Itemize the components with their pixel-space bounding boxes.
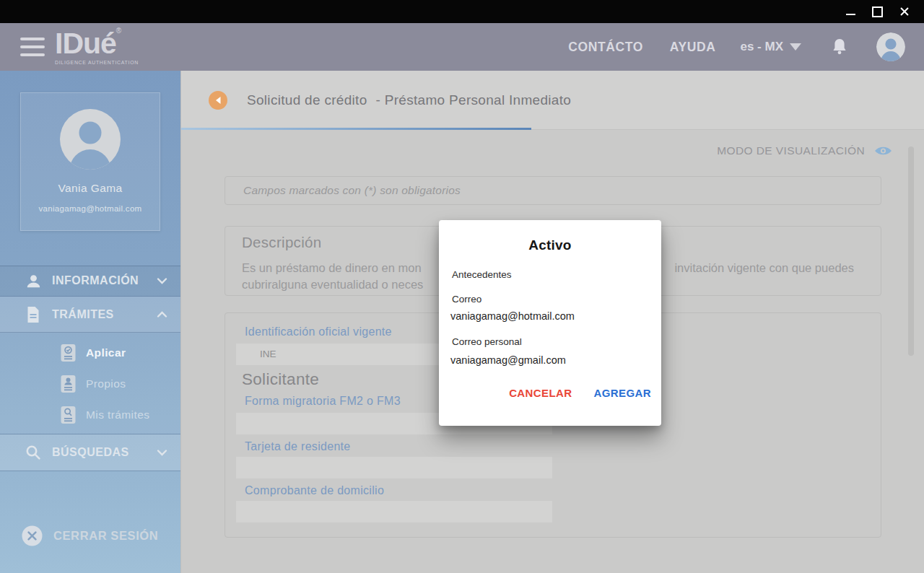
page-title-sub: - Préstamo Personal Inmediato (376, 92, 572, 108)
notice-text: Campos marcados con (*) son obligatorios (243, 184, 461, 197)
dialog-actions: CANCELAR AGREGAR (507, 384, 653, 402)
page-title: Solicitud de crédito- Préstamo Personal … (247, 92, 571, 108)
scrollbar-thumb[interactable] (908, 146, 914, 356)
divider (0, 471, 180, 471)
sidebar: Vania Gama vaniagamag@hotmail.com INFORM… (0, 71, 180, 573)
sidebar-subitem-aplicar[interactable]: Aplicar (61, 344, 126, 362)
nav-contacto[interactable]: CONTÁCTO (568, 40, 643, 55)
description-line1-right: invitación vigente con que puedes (674, 260, 854, 276)
agregar-button[interactable]: AGREGAR (593, 384, 653, 402)
notifications-button[interactable] (832, 38, 847, 56)
app-header: IDué® DILIGENCE AUTHENTICATION CONTÁCTO … (0, 23, 924, 71)
sidebar-item-tramites[interactable]: TRÁMITES (0, 297, 180, 333)
back-button[interactable] (209, 91, 227, 110)
chevron-down-icon (157, 449, 167, 456)
view-mode: MODO DE VISUALIZACIÓN (717, 144, 892, 157)
sidebar-item-label: INFORMACIÓN (52, 274, 139, 287)
profile-card: Vania Gama vaniagamag@hotmail.com (20, 92, 160, 231)
os-titlebar (0, 0, 924, 23)
chevron-up-icon (157, 311, 167, 318)
header-actions: CONTÁCTO AYUDA es - MX (568, 23, 905, 71)
cancel-button[interactable]: CANCELAR (507, 384, 573, 402)
locale-value: es - MX (740, 40, 783, 54)
close-circle-icon (22, 525, 43, 546)
hamburger-menu-icon[interactable] (20, 38, 45, 56)
badge-user-icon (61, 375, 76, 393)
logo-text: IDué (55, 27, 116, 60)
chevron-down-icon (790, 43, 801, 51)
minimize-icon[interactable] (846, 14, 855, 15)
sidebar-subitem-label: Aplicar (86, 346, 126, 359)
dialog-field-label-correo-personal: Correo personal (452, 336, 522, 347)
user-icon (25, 274, 42, 289)
required-fields-notice: Campos marcados con (*) son obligatorios (225, 176, 881, 205)
page-title-main: Solicitud de crédito (247, 92, 367, 108)
sidebar-item-busquedas[interactable]: BÚSQUEDAS (0, 434, 180, 471)
logo-tagline: DILIGENCE AUTHENTICATION (55, 61, 139, 66)
field-input-tarjeta-residente[interactable] (236, 457, 552, 478)
sidebar-subitem-label: Mis trámites (86, 408, 149, 421)
bell-icon (832, 38, 847, 56)
view-mode-label: MODO DE VISUALIZACIÓN (717, 144, 865, 157)
activo-dialog: Activo Antecedentes Correo vaniagamag@ho… (439, 220, 661, 426)
back-arrow-icon (214, 95, 222, 105)
dialog-field-value-correo: vaniagamag@hotmail.com (450, 310, 575, 322)
document-icon (25, 307, 42, 323)
badge-search-icon (61, 406, 76, 424)
sidebar-subitem-mis-tramites[interactable]: Mis trámites (61, 406, 149, 424)
sidebar-item-label: BÚSQUEDAS (52, 446, 129, 459)
field-label-forma-migratoria: Forma migratoria FM2 o FM3 (245, 395, 401, 408)
close-icon[interactable] (899, 6, 910, 17)
account-avatar[interactable] (876, 32, 905, 61)
view-mode-toggle[interactable] (874, 145, 892, 157)
avatar-icon (876, 32, 905, 61)
brand-logo: IDué® DILIGENCE AUTHENTICATION (55, 27, 139, 66)
profile-name: Vania Gama (58, 182, 122, 195)
field-input-comprobante-domicilio[interactable] (236, 501, 552, 522)
page-header: Solicitud de crédito- Préstamo Personal … (181, 71, 924, 130)
logout-button[interactable]: CERRAR SESIÓN (22, 525, 158, 546)
sidebar-subitem-propios[interactable]: Propios (61, 375, 126, 393)
dialog-field-label-correo: Correo (452, 294, 481, 305)
chevron-down-icon (157, 277, 167, 284)
field-label-comprobante-domicilio: Comprobante de domicilio (245, 484, 384, 497)
dialog-subtitle: Antecedentes (452, 269, 512, 280)
maximize-icon[interactable] (872, 6, 883, 17)
locale-selector[interactable]: es - MX (740, 40, 801, 54)
logout-label: CERRAR SESIÓN (53, 529, 158, 543)
eye-icon (874, 145, 892, 157)
sidebar-item-label: TRÁMITES (52, 308, 114, 321)
app-window: IDué® DILIGENCE AUTHENTICATION CONTÁCTO … (0, 0, 924, 573)
nav-ayuda[interactable]: AYUDA (670, 40, 716, 55)
profile-email: vaniagamag@hotmail.com (39, 204, 142, 213)
form-section-heading: Solicitante (242, 370, 319, 389)
registered-mark: ® (116, 27, 121, 35)
search-icon (25, 445, 42, 460)
dialog-field-value-correo-personal: vaniagamag@gmail.com (450, 354, 566, 366)
badge-check-icon (61, 344, 76, 362)
profile-avatar-icon (60, 109, 121, 170)
dialog-title: Activo (439, 237, 661, 253)
description-line1-left: Es un préstamo de dinero en mon (242, 260, 422, 276)
sidebar-item-informacion[interactable]: INFORMACIÓN (0, 266, 180, 296)
field-label-tarjeta-residente: Tarjeta de residente (245, 440, 351, 453)
title-underline (181, 128, 531, 130)
field-label-identificacion: Identificación oficial vigente (245, 325, 392, 338)
sidebar-subitem-label: Propios (86, 377, 126, 390)
